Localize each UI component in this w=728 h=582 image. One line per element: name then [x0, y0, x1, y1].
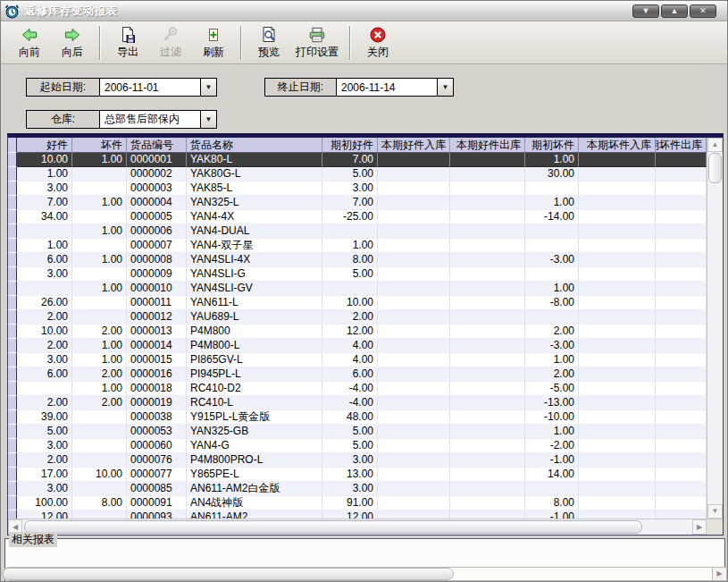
- start-date-dropdown-button[interactable]: ▼: [200, 79, 216, 96]
- back-button[interactable]: 向前: [8, 23, 51, 63]
- vertical-scrollbar-thumb[interactable]: [708, 153, 722, 183]
- table-row[interactable]: 1.000000002YAK80G-L5.0030.00: [8, 167, 707, 181]
- row-selector[interactable]: [8, 253, 17, 267]
- row-selector[interactable]: [8, 353, 17, 367]
- table-row[interactable]: 1.000000018RC410-D2-4.00-5.00: [8, 382, 707, 396]
- cell: 0000008: [127, 253, 187, 267]
- column-header-6[interactable]: 本期好件出库: [450, 138, 525, 153]
- table-row[interactable]: 5.000000053YAN325-GB5.001.00: [8, 425, 707, 439]
- row-selector[interactable]: [8, 267, 17, 282]
- filter-icon: [162, 26, 180, 44]
- forward-button[interactable]: 向后: [51, 23, 94, 63]
- table-row[interactable]: 3.000000060YAN4-G5.00-2.00: [8, 439, 707, 453]
- row-selector[interactable]: [8, 453, 17, 468]
- window-horizontal-scrollbar-thumb[interactable]: [3, 568, 454, 580]
- grid-horizontal-scrollbar[interactable]: ◀ ▶: [8, 519, 707, 535]
- window-scroll-right-icon[interactable]: ▶: [712, 567, 727, 581]
- column-header-3[interactable]: 货品名称: [187, 138, 322, 153]
- warehouse-input[interactable]: 总部售后部保内: [100, 111, 200, 128]
- table-row[interactable]: 3.000000009YAN4SLI-G5.00: [8, 267, 707, 282]
- row-selector[interactable]: [8, 439, 17, 453]
- row-selector[interactable]: [8, 339, 17, 353]
- row-selector[interactable]: [8, 410, 17, 425]
- table-row[interactable]: 2.002.000000019RC410-L-4.00-13.00: [8, 396, 707, 410]
- column-header-8[interactable]: 本期坏件入库: [579, 138, 656, 153]
- table-row[interactable]: 6.001.000000008YAN4SLI-4X8.00-3.00: [8, 253, 707, 267]
- vertical-scrollbar[interactable]: ▲ ▼: [707, 138, 723, 519]
- row-selector[interactable]: [8, 224, 17, 239]
- table-row[interactable]: 2.000000076P4M800PRO-L3.00-1.00: [8, 453, 707, 468]
- row-selector[interactable]: [8, 468, 17, 482]
- row-selector[interactable]: [8, 181, 17, 196]
- row-selector[interactable]: [8, 296, 17, 310]
- row-selector[interactable]: [8, 196, 17, 210]
- table-row[interactable]: 26.000000011YAN611-L10.00-8.00: [8, 296, 707, 310]
- grid-horizontal-scrollbar-track[interactable]: [644, 519, 692, 535]
- row-selector[interactable]: [8, 396, 17, 410]
- table-row[interactable]: 100.008.000000091AN4战神版91.008.00: [8, 496, 707, 510]
- table-row[interactable]: 17.0010.000000077Y865PE-L13.0014.00: [8, 468, 707, 482]
- start-date-input[interactable]: 2006-11-01: [100, 79, 200, 96]
- row-selector[interactable]: [8, 282, 17, 296]
- cell: [378, 339, 450, 353]
- table-row[interactable]: 1.000000007YAN4-双子星1.00: [8, 239, 707, 253]
- vertical-scrollbar-track[interactable]: [707, 184, 723, 504]
- column-header-5[interactable]: 本期好件入库: [378, 138, 450, 153]
- preview-button[interactable]: 预览: [247, 23, 290, 63]
- table-row[interactable]: 3.000000085AN611-AM2白金版3.00: [8, 482, 707, 496]
- row-selector[interactable]: [8, 325, 17, 339]
- row-selector[interactable]: [8, 496, 17, 510]
- row-selector[interactable]: [8, 210, 17, 224]
- column-header-4[interactable]: 期初好件: [322, 138, 378, 153]
- warehouse-dropdown-button[interactable]: ▼: [200, 111, 216, 128]
- column-header-7[interactable]: 期初坏件: [525, 138, 579, 153]
- table-row[interactable]: 10.002.000000013P4M80012.002.00: [8, 325, 707, 339]
- window-horizontal-scrollbar[interactable]: [2, 567, 727, 581]
- cell: [450, 224, 525, 239]
- end-date-input[interactable]: 2006-11-14: [337, 79, 437, 96]
- row-selector[interactable]: [8, 239, 17, 253]
- grid-horizontal-scrollbar-thumb[interactable]: [24, 520, 642, 534]
- cell: 2.00: [17, 453, 72, 468]
- window-horizontal-scrollbar-track[interactable]: [454, 568, 726, 580]
- row-selector[interactable]: [8, 382, 17, 396]
- table-row[interactable]: 12.000000093AN611-AM212.00-1.00: [8, 510, 707, 519]
- table-row[interactable]: 3.001.000000015PI865GV-L4.001.00: [8, 353, 707, 367]
- scroll-up-icon[interactable]: ▲: [707, 138, 723, 152]
- maximize-button[interactable]: ▲: [661, 4, 688, 18]
- grid-content: 好件坏件货品编号货品名称期初好件本期好件入库本期好件出库期初坏件本期坏件入库本期…: [8, 138, 707, 519]
- table-row[interactable]: 6.002.000000016PI945PL-L6.002.00: [8, 367, 707, 382]
- table-row[interactable]: 3.000000003YAK85-L3.00: [8, 181, 707, 196]
- scroll-right-icon[interactable]: ▶: [692, 519, 707, 535]
- table-row[interactable]: 10.001.000000001YAK80-L7.001.00: [8, 153, 707, 167]
- column-header-1[interactable]: 坏件: [72, 138, 127, 153]
- scroll-down-icon[interactable]: ▼: [707, 504, 723, 519]
- column-header-0[interactable]: 好件: [17, 138, 72, 153]
- export-button[interactable]: 导出: [106, 23, 149, 63]
- print-settings-button[interactable]: 打印设置: [290, 23, 344, 63]
- table-row[interactable]: 1.000000006YAN4-DUAL: [8, 224, 707, 239]
- minimize-button[interactable]: ▼: [632, 4, 659, 18]
- table-row[interactable]: 1.000000010YAN4SLI-GV1.00: [8, 282, 707, 296]
- close-window-button[interactable]: ✕: [690, 4, 716, 18]
- table-row[interactable]: 34.000000005YAN4-4X-25.00-14.00: [8, 210, 707, 224]
- cell: [579, 196, 656, 210]
- row-selector[interactable]: [8, 425, 17, 439]
- row-selector[interactable]: [8, 167, 17, 181]
- column-header-9[interactable]: 本期坏件出库: [656, 138, 707, 153]
- close-button[interactable]: 关闭: [356, 23, 399, 63]
- row-selector-header[interactable]: [8, 138, 17, 153]
- cell: 12.00: [17, 510, 72, 519]
- row-selector[interactable]: [8, 310, 17, 325]
- table-row[interactable]: 7.001.000000004YAN325-L7.001.00: [8, 196, 707, 210]
- row-selector[interactable]: [8, 367, 17, 382]
- table-row[interactable]: 39.000000038Y915PL-L黄金版48.00-10.00: [8, 410, 707, 425]
- row-selector[interactable]: [8, 510, 17, 519]
- row-selector[interactable]: [8, 153, 17, 167]
- end-date-dropdown-button[interactable]: ▼: [437, 79, 453, 96]
- row-selector[interactable]: [8, 482, 17, 496]
- refresh-button[interactable]: 刷新: [192, 23, 235, 63]
- column-header-2[interactable]: 货品编号: [127, 138, 187, 153]
- table-row[interactable]: 2.001.000000014P4M800-L4.00-3.00: [8, 339, 707, 353]
- table-row[interactable]: 2.000000012YAU689-L2.00: [8, 310, 707, 325]
